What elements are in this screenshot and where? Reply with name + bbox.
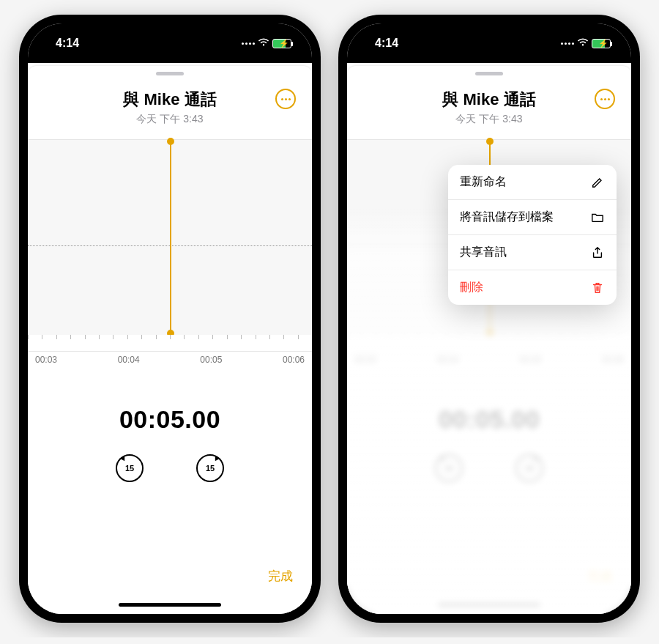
skip-seconds-label: 15 (206, 464, 215, 473)
folder-icon (590, 210, 605, 225)
phone-left: 4:14 ⚡ 與 Mike 通話 今天 下午 3:43 (19, 15, 321, 623)
context-menu-overlay[interactable]: 重新命名 將音訊儲存到檔案 共享音訊 (347, 165, 631, 614)
sheet-grabber[interactable] (156, 72, 184, 75)
status-time: 4:14 (375, 37, 398, 50)
arrow-ccw-icon: ▸ (120, 453, 124, 463)
skip-seconds-label: 15 (125, 464, 134, 473)
more-button[interactable] (275, 89, 296, 109)
more-button[interactable] (595, 89, 615, 109)
skip-back-button[interactable]: 15 ▸ (116, 454, 144, 482)
home-indicator[interactable] (119, 603, 221, 607)
scrubber-label: 00:04 (118, 355, 140, 365)
scrubber-label: 00:05 (200, 355, 222, 365)
recording-title: 與 Mike 通話 (442, 89, 535, 111)
scrubber-label: 00:06 (283, 355, 305, 365)
menu-item-save-to-files[interactable]: 將音訊儲存到檔案 (448, 200, 617, 235)
cellular-icon (561, 42, 574, 45)
sheet-grabber[interactable] (475, 72, 503, 75)
recording-title: 與 Mike 通話 (123, 89, 216, 111)
ellipsis-icon (600, 98, 610, 100)
wifi-icon (258, 37, 269, 49)
playback-sheet: 與 Mike 通話 今天 下午 3:43 00: (28, 66, 312, 614)
scrubber-labels: 00:03 00:04 00:05 00:06 (28, 352, 312, 365)
playhead-icon (170, 140, 171, 335)
status-right: ⚡ (561, 37, 611, 49)
screen-menu-open: 4:14 ⚡ 與 Mike 通話 今天 下午 3:43 (347, 23, 631, 614)
elapsed-time: 00:05.00 (28, 405, 312, 434)
scrubber-label: 00:03 (35, 355, 57, 365)
time-ruler (28, 335, 312, 351)
waveform-scrubber[interactable] (28, 139, 312, 352)
playback-controls: 15 ▸ 15 ▸ (28, 454, 312, 482)
menu-label: 刪除 (460, 280, 483, 295)
menu-label: 將音訊儲存到檔案 (460, 210, 554, 225)
wifi-icon (577, 37, 589, 49)
dynamic-island (128, 32, 212, 57)
done-button[interactable]: 完成 (268, 568, 293, 585)
trash-icon (590, 281, 605, 295)
dynamic-island (447, 32, 532, 57)
battery-icon: ⚡ (272, 39, 291, 48)
menu-label: 共享音訊 (460, 245, 507, 260)
status-right: ⚡ (242, 37, 291, 49)
cellular-icon (242, 42, 255, 45)
playback-sheet: 與 Mike 通話 今天 下午 3:43 00: (347, 66, 631, 614)
menu-label: 重新命名 (460, 174, 507, 190)
pencil-icon (590, 175, 605, 190)
menu-item-delete[interactable]: 刪除 (448, 270, 617, 305)
battery-icon: ⚡ (592, 39, 611, 48)
arrow-cw-icon: ▸ (215, 453, 220, 463)
context-menu: 重新命名 將音訊儲存到檔案 共享音訊 (448, 165, 617, 305)
ellipsis-icon (281, 98, 291, 100)
status-time: 4:14 (56, 37, 79, 50)
menu-item-share[interactable]: 共享音訊 (448, 235, 617, 270)
recording-subtitle: 今天 下午 3:43 (442, 113, 535, 126)
menu-item-rename[interactable]: 重新命名 (448, 165, 617, 200)
skip-forward-button[interactable]: 15 ▸ (196, 454, 224, 482)
share-icon (590, 245, 605, 260)
phone-right: 4:14 ⚡ 與 Mike 通話 今天 下午 3:43 (338, 15, 640, 623)
screen: 4:14 ⚡ 與 Mike 通話 今天 下午 3:43 (28, 23, 312, 614)
recording-subtitle: 今天 下午 3:43 (123, 113, 216, 126)
